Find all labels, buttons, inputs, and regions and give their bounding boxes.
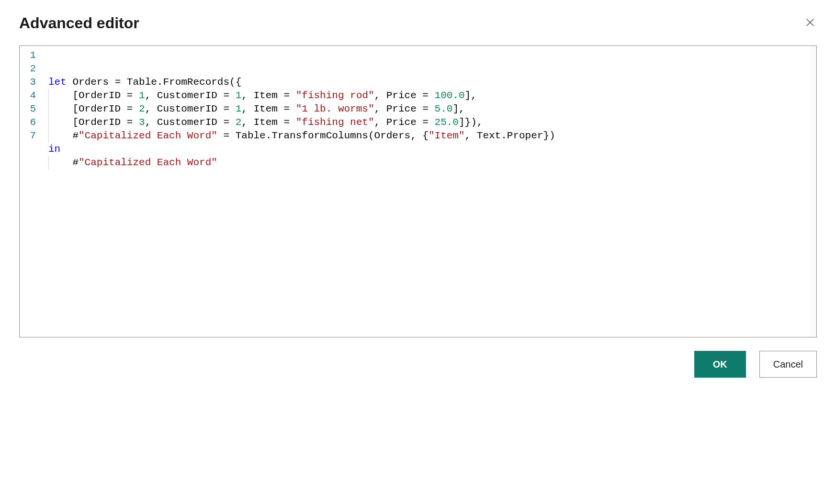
code-line[interactable]: let Orders = Table.FromRecords({ bbox=[48, 76, 816, 89]
code-token: "Capitalized Each Word" bbox=[79, 157, 217, 168]
code-token: 2 bbox=[236, 117, 242, 128]
code-token: , Item = bbox=[241, 90, 295, 101]
code-line[interactable]: [OrderID = 2, CustomerID = 1, Item = "1 … bbox=[48, 102, 816, 116]
code-token: [OrderID = bbox=[48, 103, 139, 114]
code-token: , Price = bbox=[374, 117, 435, 128]
code-token: [OrderID = bbox=[48, 90, 139, 101]
code-line[interactable]: #"Capitalized Each Word" bbox=[48, 156, 816, 169]
code-token: 1 bbox=[139, 90, 145, 101]
line-number: 7 bbox=[20, 129, 45, 143]
code-token: Orders = Table.FromRecords({ bbox=[72, 77, 241, 88]
code-area[interactable]: let Orders = Table.FromRecords({ [OrderI… bbox=[45, 46, 816, 337]
code-line[interactable]: [OrderID = 3, CustomerID = 2, Item = "fi… bbox=[48, 116, 816, 129]
code-token: "fishing rod" bbox=[296, 90, 374, 101]
code-token: , Price = bbox=[374, 90, 435, 101]
code-token: "fishing net" bbox=[296, 117, 374, 128]
close-icon bbox=[805, 17, 815, 30]
code-token: 3 bbox=[139, 117, 145, 128]
code-token: , CustomerID = bbox=[145, 103, 236, 114]
line-number: 1 bbox=[20, 49, 45, 62]
vertical-scrollbar[interactable] bbox=[810, 46, 816, 337]
line-number: 4 bbox=[20, 89, 45, 102]
code-line[interactable]: in bbox=[48, 143, 816, 156]
code-token: , Price = bbox=[374, 103, 435, 114]
indent-guide bbox=[48, 129, 49, 143]
code-token: "Capitalized Each Word" bbox=[79, 130, 217, 141]
code-token: , Item = bbox=[241, 103, 295, 114]
code-token: let bbox=[48, 77, 72, 88]
code-token: , Item = bbox=[241, 117, 295, 128]
dialog-header: Advanced editor bbox=[19, 14, 817, 32]
line-number: 3 bbox=[20, 76, 45, 89]
code-editor[interactable]: 1234567 let Orders = Table.FromRecords({… bbox=[19, 45, 817, 337]
code-token: 25.0 bbox=[435, 117, 459, 128]
line-number: 2 bbox=[20, 62, 45, 76]
indent-guide bbox=[48, 116, 49, 129]
code-token: ]}), bbox=[459, 117, 483, 128]
ok-button[interactable]: OK bbox=[694, 351, 746, 378]
cancel-button[interactable]: Cancel bbox=[759, 351, 817, 378]
dialog-footer: OK Cancel bbox=[19, 351, 817, 378]
indent-guide bbox=[48, 89, 49, 102]
indent-guide bbox=[48, 102, 49, 116]
line-number: 5 bbox=[20, 102, 45, 116]
code-line[interactable]: #"Capitalized Each Word" = Table.Transfo… bbox=[48, 129, 816, 143]
code-token: "1 lb. worms" bbox=[296, 103, 374, 114]
code-token: 100.0 bbox=[435, 90, 465, 101]
code-token: # bbox=[48, 130, 79, 141]
close-button[interactable] bbox=[803, 17, 817, 30]
code-token: 5.0 bbox=[435, 103, 453, 114]
code-token: [OrderID = bbox=[48, 117, 139, 128]
line-number: 6 bbox=[20, 116, 45, 129]
code-token: "Item" bbox=[429, 130, 465, 141]
code-token: , CustomerID = bbox=[145, 117, 236, 128]
code-token: , CustomerID = bbox=[145, 90, 236, 101]
line-number-gutter: 1234567 bbox=[20, 46, 45, 337]
code-token: , Text.Proper}) bbox=[465, 130, 555, 141]
dialog-title: Advanced editor bbox=[19, 14, 139, 32]
code-token: = Table.TransformColumns(Orders, { bbox=[217, 130, 429, 141]
code-line[interactable]: [OrderID = 1, CustomerID = 1, Item = "fi… bbox=[48, 89, 816, 102]
code-token: 2 bbox=[139, 103, 145, 114]
code-token: 1 bbox=[236, 103, 242, 114]
code-token: # bbox=[48, 157, 79, 168]
code-token: ], bbox=[452, 103, 464, 114]
code-token: in bbox=[48, 144, 60, 155]
code-token: 1 bbox=[236, 90, 242, 101]
indent-guide bbox=[48, 156, 49, 169]
code-token: ], bbox=[465, 90, 477, 101]
